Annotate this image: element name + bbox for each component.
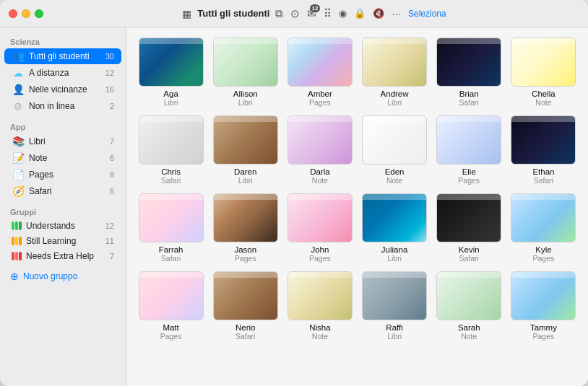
- student-thumbnail: [213, 115, 278, 165]
- sidebar-item-note[interactable]: 📝 Note 6: [4, 150, 121, 166]
- titlebar-title: Tutti gli studenti: [197, 8, 269, 19]
- student-name: Tammy: [530, 323, 557, 332]
- student-card[interactable]: RaffiLibri: [361, 271, 427, 341]
- student-card[interactable]: DarenLibri: [212, 115, 278, 185]
- needs-help-dot: [12, 252, 22, 260]
- student-card[interactable]: JasonPages: [212, 193, 278, 263]
- layers-icon[interactable]: ⧉: [275, 7, 283, 20]
- student-thumbnail: [287, 115, 353, 165]
- student-thumbnail: [436, 271, 501, 320]
- minimize-button[interactable]: [22, 9, 30, 18]
- lock-icon[interactable]: 🔒: [354, 8, 366, 19]
- student-card[interactable]: AndrewLibri: [361, 38, 427, 107]
- student-card[interactable]: DarlaNote: [287, 115, 353, 185]
- sidebar-item-distanza[interactable]: ☁ A distanza 12: [4, 65, 121, 81]
- student-thumbnail: [436, 115, 501, 165]
- needs-help-count: 7: [110, 252, 114, 260]
- student-card[interactable]: EthanSafari: [511, 115, 576, 185]
- student-thumbnail: [213, 193, 278, 242]
- student-card[interactable]: ChrisSafari: [138, 115, 204, 185]
- student-name: John: [311, 245, 329, 254]
- student-card[interactable]: MattPages: [138, 271, 204, 341]
- sidebar-item-understands[interactable]: Understands 12: [4, 219, 121, 233]
- sidebar-item-still-learning[interactable]: Still Learning 11: [4, 234, 121, 248]
- eye-icon[interactable]: ◉: [339, 8, 347, 19]
- student-card[interactable]: KylePages: [511, 193, 576, 263]
- section-app: App: [0, 120, 126, 133]
- student-card[interactable]: EdenNote: [361, 115, 427, 185]
- student-card[interactable]: JohnPages: [287, 193, 353, 263]
- student-card[interactable]: NishaNote: [287, 271, 353, 341]
- student-card[interactable]: AmberPages: [287, 38, 353, 107]
- student-name: Kyle: [535, 245, 551, 254]
- more-icon[interactable]: ···: [392, 7, 401, 19]
- sidebar-item-safari[interactable]: 🧭 Safari 6: [4, 183, 121, 199]
- student-thumbnail: [511, 193, 576, 242]
- student-name: Nisha: [309, 323, 330, 332]
- student-app: Safari: [459, 254, 479, 263]
- student-app: Safari: [161, 176, 181, 185]
- sidebar-item-offline[interactable]: ⊘ Non in linea 2: [4, 98, 121, 114]
- student-app: Pages: [160, 332, 182, 341]
- safari-count: 6: [110, 187, 114, 196]
- sidebar-item-libri[interactable]: 📚 Libri 7: [4, 133, 121, 149]
- student-thumbnail: [287, 193, 353, 242]
- still-learning-count: 11: [105, 237, 114, 245]
- student-card[interactable]: AgaLibri: [138, 38, 204, 107]
- student-card[interactable]: JulianaLibri: [361, 193, 427, 263]
- student-app: Libri: [387, 98, 402, 107]
- student-card[interactable]: AllisonLibri: [212, 38, 278, 107]
- student-app: Libri: [164, 98, 178, 107]
- student-card[interactable]: EliePages: [436, 115, 502, 185]
- student-thumbnail: [287, 271, 353, 320]
- student-thumbnail: [139, 115, 204, 165]
- student-thumbnail: [511, 271, 576, 320]
- sidebar-item-tutti[interactable]: 👥 Tutti gli studenti 30: [4, 48, 121, 64]
- student-name: Brian: [459, 89, 479, 98]
- student-app: Safari: [235, 332, 255, 341]
- student-app: Note: [386, 176, 402, 185]
- student-card[interactable]: TammyPages: [511, 271, 576, 341]
- target-icon[interactable]: ⊙: [290, 7, 300, 20]
- seleziona-button[interactable]: Seleziona: [408, 9, 446, 19]
- student-card[interactable]: KevinSafari: [436, 193, 502, 263]
- student-name: Juliana: [381, 245, 407, 254]
- student-app: Pages: [458, 176, 480, 185]
- distanza-icon: ☁: [12, 67, 25, 79]
- mute-icon[interactable]: 🔇: [373, 8, 384, 19]
- student-grid: AgaLibriAllisonLibriAmberPagesAndrewLibr…: [138, 38, 576, 341]
- student-name: Eden: [385, 167, 405, 176]
- student-card[interactable]: NerioSafari: [212, 271, 278, 341]
- libri-label: Libri: [29, 136, 105, 146]
- student-name: Daren: [234, 167, 256, 176]
- vicinanze-icon: 👤: [12, 84, 25, 95]
- student-card[interactable]: FarrahSafari: [138, 193, 204, 263]
- grid-icon[interactable]: ⠿: [324, 7, 332, 20]
- safari-icon: 🧭: [12, 185, 25, 197]
- pages-icon: 📄: [12, 169, 25, 180]
- tutti-label: Tutti gli studenti: [29, 51, 101, 61]
- student-card[interactable]: ChellaNote: [511, 38, 576, 107]
- student-card[interactable]: SarahNote: [436, 271, 502, 341]
- note-icon: 📝: [12, 152, 25, 164]
- student-card[interactable]: BrianSafari: [436, 38, 502, 107]
- student-thumbnail: [511, 115, 576, 165]
- student-name: Andrew: [381, 89, 409, 98]
- sidebar-item-needs-help[interactable]: Needs Extra Help 7: [4, 249, 121, 263]
- nuovo-gruppo-button[interactable]: ⊕ Nuovo gruppo: [0, 266, 126, 286]
- student-thumbnail: [362, 271, 427, 320]
- note-count: 6: [110, 154, 114, 162]
- sidebar-item-vicinanze[interactable]: 👤 Nelle vicinanze 16: [4, 82, 121, 97]
- student-name: Kevin: [459, 245, 480, 254]
- vicinanze-count: 16: [105, 85, 114, 94]
- sidebar-item-pages[interactable]: 📄 Pages 8: [4, 167, 121, 183]
- student-name: Chris: [161, 167, 181, 176]
- traffic-lights: [9, 9, 43, 18]
- student-name: Raffi: [386, 323, 402, 332]
- student-app: Pages: [309, 254, 331, 263]
- mail-icon[interactable]: ✉12: [307, 7, 316, 20]
- sidebar: Scienza 👥 Tutti gli studenti 30 ☁ A dist…: [0, 27, 126, 386]
- maximize-button[interactable]: [35, 9, 43, 18]
- student-app: Safari: [161, 254, 181, 263]
- close-button[interactable]: [9, 9, 17, 18]
